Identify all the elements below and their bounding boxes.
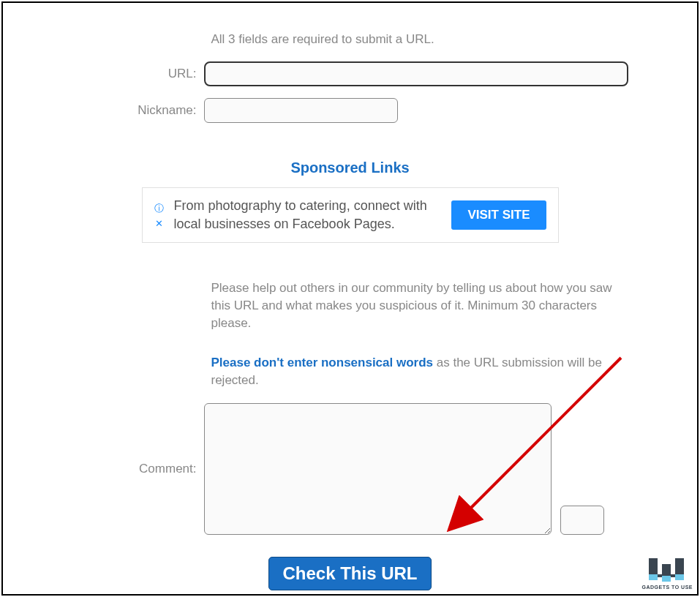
nickname-input[interactable]: [204, 98, 398, 123]
sponsored-section: Sponsored Links ⓘ ✕ From photography to …: [65, 159, 636, 243]
svg-rect-3: [675, 574, 684, 580]
close-icon[interactable]: ✕: [154, 218, 164, 229]
svg-rect-4: [662, 576, 671, 582]
gadgets-logo-icon: [647, 557, 687, 583]
submit-row: Check This URL: [65, 557, 636, 590]
help-text: Please help out others in our community …: [211, 279, 621, 331]
url-label: URL:: [65, 67, 204, 81]
visit-site-button[interactable]: VISIT SITE: [451, 200, 546, 230]
comment-row: Comment:: [65, 403, 636, 535]
warning-text: Please don't enter nonsensical words as …: [211, 354, 621, 389]
logo-watermark: GADGETS TO USE: [642, 557, 693, 590]
nickname-row: Nickname:: [65, 98, 636, 123]
captcha-input[interactable]: [560, 506, 604, 535]
info-icon[interactable]: ⓘ: [154, 202, 164, 215]
sponsored-heading: Sponsored Links: [65, 159, 636, 176]
warning-bold: Please don't enter nonsensical words: [211, 356, 434, 369]
instruction-text: All 3 fields are required to submit a UR…: [211, 32, 636, 47]
comment-textarea[interactable]: [204, 403, 552, 535]
ad-icons: ⓘ ✕: [154, 202, 164, 229]
logo-text: GADGETS TO USE: [642, 585, 693, 590]
url-input[interactable]: [204, 61, 628, 86]
nickname-label: Nickname:: [65, 103, 204, 118]
svg-rect-2: [649, 574, 658, 580]
ad-box: ⓘ ✕ From photography to catering, connec…: [142, 187, 559, 243]
comment-label: Comment:: [65, 462, 204, 476]
ad-text: From photography to catering, connect wi…: [174, 197, 442, 233]
check-url-button[interactable]: Check This URL: [268, 557, 431, 590]
url-row: URL:: [65, 61, 636, 86]
